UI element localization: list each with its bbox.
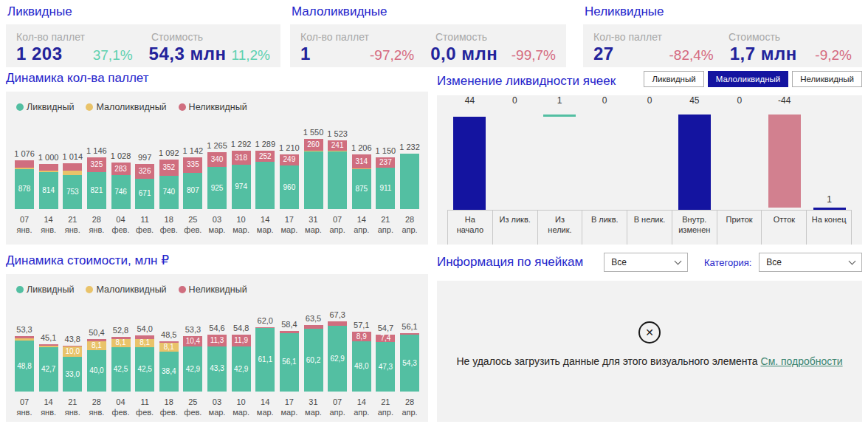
bar-segment-illiquid[interactable]: 7,4 [376,335,395,342]
bar-segment-liquid[interactable]: 740 [159,176,179,209]
bar-stack[interactable]: 326671 [135,164,154,209]
bar-stack[interactable]: 352740 [159,160,179,209]
bar-segment-lowliquid[interactable]: 8,1 [111,339,131,347]
bar-stack[interactable]: 11,942,9 [232,335,251,392]
bar-stack[interactable]: 237911 [376,157,395,209]
bar-segment-illiquid[interactable]: 8,9 [352,332,371,341]
bar-segment-liquid[interactable]: 911 [376,168,395,209]
legend-item-illiquid[interactable]: Неликвидный [179,100,247,114]
bar-segment-illiquid[interactable]: 352 [159,160,179,176]
bar-stack[interactable]: 335807 [183,157,202,209]
bar-stack[interactable]: 260 [304,139,323,209]
bar-stack[interactable]: 753 [63,163,82,209]
bar-stack[interactable]: 249960 [280,154,299,209]
filter-button-lowliquid[interactable]: Малоликвидный [708,71,789,87]
bar-segment-liquid[interactable]: 40,0 [87,350,106,392]
bar-segment-illiquid[interactable]: 237 [376,157,395,168]
bar-segment-liquid[interactable]: 821 [87,172,106,209]
bar-segment-illiquid[interactable] [15,160,34,168]
bar-segment-liquid[interactable]: 60,2 [304,329,323,392]
bar-stack[interactable]: 314875 [352,154,371,209]
bar-stack[interactable]: 8,142,5 [135,335,154,392]
bar-segment-illiquid[interactable]: 10,4 [183,336,202,347]
legend-item-illiquid[interactable]: Неликвидный [179,283,247,296]
bar-segment-illiquid[interactable]: 249 [280,154,299,165]
legend-item-liquid[interactable]: Ликвидный [16,283,74,296]
bar-segment-liquid[interactable] [304,151,323,210]
bar-stack[interactable]: 62,9 [328,321,347,392]
bar-segment-illiquid[interactable]: 252 [255,151,275,162]
bar-segment-illiquid[interactable]: 314 [352,154,371,168]
bar-segment-illiquid[interactable]: 326 [135,164,154,179]
category-dropdown[interactable]: Все [759,253,862,272]
bar-segment-liquid[interactable] [400,154,419,209]
bar-segment-liquid[interactable]: 753 [63,175,82,209]
bar-stack[interactable]: 878 [15,160,34,209]
bar-stack[interactable] [400,154,419,209]
bar-segment-liquid[interactable] [255,162,275,209]
bar-stack[interactable]: 252 [255,151,275,209]
bar-segment-liquid[interactable]: 42,9 [183,346,202,392]
bar-stack[interactable]: 8,142,5 [111,337,131,392]
bar-segment-liquid[interactable]: 960 [280,165,299,209]
bar-stack[interactable]: 8,140,0 [87,339,106,392]
bar-segment-illiquid[interactable]: 11,3 [207,335,227,346]
bar-stack[interactable]: 283746 [111,163,131,209]
bar-segment-liquid[interactable]: 38,4 [159,352,179,392]
bar-segment-illiquid[interactable] [39,164,58,171]
waterfall-bar[interactable] [453,117,486,210]
legend-item-lowliquid[interactable]: Малоликвидный [86,283,166,296]
legend-item-liquid[interactable]: Ликвидный [16,100,74,114]
bar-stack[interactable]: 241 [328,140,347,209]
bar-stack[interactable]: 11,343,3 [207,335,227,392]
bar-segment-liquid[interactable]: 33,0 [63,357,82,392]
bar-segment-liquid[interactable]: 925 [207,167,227,209]
details-link[interactable]: См. подробности [761,355,843,367]
bar-segment-liquid[interactable]: 807 [183,173,202,210]
bar-stack[interactable]: 10,033,0 [63,346,82,392]
bar-stack[interactable]: 54,3 [400,333,419,392]
bar-segment-illiquid[interactable]: 325 [87,157,106,172]
bar-segment-liquid[interactable]: 974 [232,165,251,209]
filter-button-illiquid[interactable]: Неликвидный [792,71,862,87]
bar-stack[interactable]: 7,447,3 [376,335,395,392]
bar-segment-liquid[interactable]: 42,5 [111,347,131,392]
bar-segment-liquid[interactable]: 42,7 [39,347,58,392]
bar-segment-liquid[interactable]: 56,1 [280,333,299,392]
waterfall-bar[interactable] [543,115,576,117]
bar-segment-illiquid[interactable] [63,163,82,171]
bar-stack[interactable]: 42,7 [39,344,58,392]
bar-stack[interactable]: 48,8 [15,336,34,392]
bar-segment-illiquid[interactable]: 318 [232,151,251,165]
bar-stack[interactable]: 60,2 [304,325,323,392]
bar-segment-illiquid[interactable]: 11,9 [232,335,251,347]
bar-segment-liquid[interactable]: 671 [135,179,154,209]
waterfall-bar[interactable] [813,208,846,210]
bar-segment-liquid[interactable]: 43,3 [207,346,227,392]
waterfall-bar[interactable] [768,115,801,208]
waterfall-bar[interactable] [678,115,711,210]
legend-item-lowliquid[interactable]: Малоликвидный [86,100,166,114]
bar-segment-illiquid[interactable]: 260 [304,139,323,151]
bar-segment-illiquid[interactable]: 241 [328,140,347,151]
bar-segment-liquid[interactable]: 42,5 [135,347,154,392]
bar-stack[interactable]: 318974 [232,151,251,209]
bar-segment-liquid[interactable]: 48,8 [15,341,34,392]
bar-segment-illiquid[interactable]: 335 [183,157,202,173]
bar-stack[interactable]: 325821 [87,157,106,209]
bar-segment-liquid[interactable]: 54,3 [400,335,419,392]
bar-segment-liquid[interactable]: 47,3 [376,342,395,392]
bar-segment-lowliquid[interactable]: 8,1 [135,339,154,347]
bar-stack[interactable]: 814 [39,164,58,209]
bar-segment-lowliquid[interactable]: 10,0 [63,346,82,357]
bar-segment-illiquid[interactable]: 340 [207,152,227,168]
bar-stack[interactable]: 8,948,0 [352,332,371,392]
bar-segment-liquid[interactable]: 875 [352,169,371,209]
bar-stack[interactable]: 340925 [207,152,227,209]
bar-stack[interactable]: 10,442,9 [183,336,202,392]
bar-stack[interactable]: 61,1 [255,327,275,392]
bar-stack[interactable]: 8,138,4 [159,341,179,392]
bar-segment-illiquid[interactable]: 283 [111,163,131,175]
bar-segment-liquid[interactable]: 878 [15,169,34,209]
filter-button-liquid[interactable]: Ликвидный [644,71,703,87]
